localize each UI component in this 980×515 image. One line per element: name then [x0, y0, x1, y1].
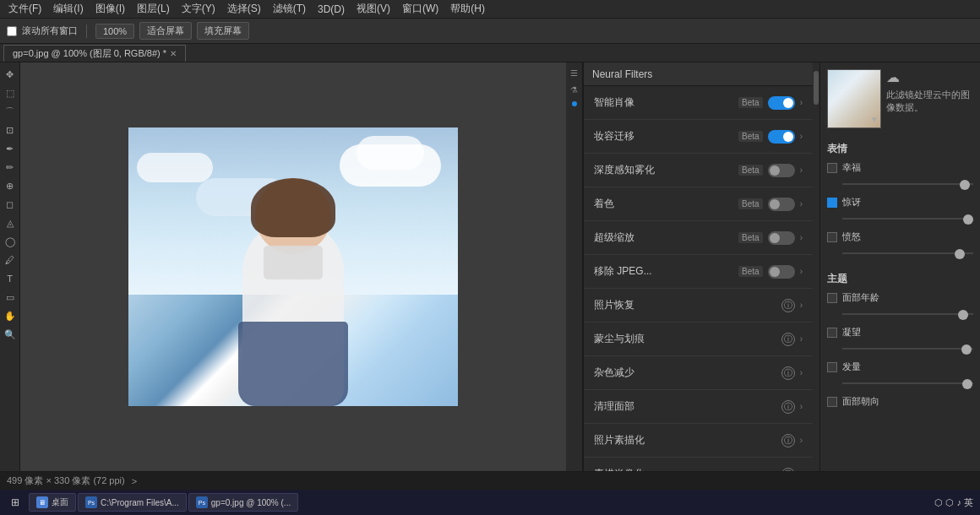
tab-bar: gp=0.jpg @ 100% (图层 0, RGB/8#) * ✕ [0, 44, 980, 62]
hair-checkbox[interactable] [827, 362, 837, 372]
filter-item[interactable]: 着色 Beta › [584, 187, 813, 221]
filter-chevron-icon: › [800, 267, 803, 276]
right-panel: ▼ ☁ 此滤镜处理云中的图像数据。 表情 幸福 惊讶 [819, 62, 980, 471]
scroll-thumb[interactable] [814, 71, 819, 105]
filter-item[interactable]: 素描肖像化 ⓘ › [584, 458, 813, 471]
anger-checkbox[interactable] [827, 232, 837, 242]
fit-screen-btn[interactable]: 适合屏幕 [139, 22, 192, 40]
hand-tool-icon[interactable]: ✋ [2, 307, 19, 324]
filter-info-icon[interactable]: ⓘ [781, 333, 795, 346]
gaze-checkbox[interactable] [827, 328, 837, 338]
filter-info-icon[interactable]: ⓘ [781, 299, 795, 312]
happiness-prop-row: 幸福 [827, 161, 973, 174]
taskbar-desktop[interactable]: 🖥 桌面 [29, 493, 76, 512]
ps2-icon: Ps [196, 496, 208, 508]
eyedropper-tool-icon[interactable]: ✒ [2, 140, 19, 157]
scroll-all-checkbox[interactable] [7, 26, 17, 36]
selection-tool-icon[interactable]: ⬚ [2, 84, 19, 101]
ps1-label: C:\Program Files\A... [101, 498, 179, 507]
zoom-tool-icon[interactable]: 🔍 [2, 326, 19, 343]
filter-item[interactable]: 超级缩放 Beta › [584, 221, 813, 255]
ps2-label: gp=0.jpg @ 100% (... [211, 498, 291, 507]
text-tool-icon[interactable]: T [2, 270, 19, 287]
anger-prop-row: 愤怒 [827, 230, 973, 243]
faceage-checkbox[interactable] [827, 293, 837, 303]
menu-window[interactable]: 窗口(W) [397, 0, 444, 18]
filter-item[interactable]: 照片素描化 ⓘ › [584, 424, 813, 458]
lasso-tool-icon[interactable]: ⌒ [2, 103, 19, 120]
start-button[interactable]: ⊞ [3, 493, 27, 512]
desktop-label: 桌面 [52, 496, 68, 508]
hair-label: 发量 [842, 360, 973, 373]
faceage-slider-thumb[interactable] [958, 310, 968, 320]
status-arrow[interactable]: > [132, 476, 137, 486]
menu-text[interactable]: 文字(Y) [177, 0, 220, 18]
menu-select[interactable]: 选择(S) [222, 0, 266, 18]
facedir-label: 面部朝向 [842, 395, 973, 408]
anger-slider-thumb[interactable] [955, 249, 965, 259]
left-tools: ✥ ⬚ ⌒ ⊡ ✒ ✏ ⊕ ◻ ◬ ◯ 🖊 T ▭ ✋ 🔍 [0, 62, 20, 471]
scroll-bar[interactable] [813, 62, 819, 471]
fill-screen-btn[interactable]: 填充屏幕 [197, 22, 249, 40]
filter-item[interactable]: 清理面部 ⓘ › [584, 390, 813, 424]
preview-area: ▼ ☁ 此滤镜处理云中的图像数据。 [827, 69, 973, 128]
preview-expand-icon[interactable]: ▼ [870, 115, 879, 124]
facedir-checkbox[interactable] [827, 397, 837, 407]
happiness-checkbox[interactable] [827, 163, 837, 173]
surprise-slider-container [842, 214, 973, 225]
eraser-tool-icon[interactable]: ◻ [2, 196, 19, 213]
menu-layer[interactable]: 图层(L) [132, 0, 175, 18]
happiness-slider-thumb[interactable] [960, 180, 970, 190]
filter-toggle-off[interactable] [768, 265, 795, 279]
filter-info-icon[interactable]: ⓘ [781, 366, 795, 380]
dodge-tool-icon[interactable]: ◯ [2, 233, 19, 250]
menu-filter[interactable]: 滤镜(T) [268, 0, 311, 18]
menu-3d[interactable]: 3D(D) [313, 2, 350, 17]
image-info: 499 像素 × 330 像素 (72 ppi) [7, 474, 125, 487]
tab-close-icon[interactable]: ✕ [170, 49, 177, 58]
menu-view[interactable]: 视图(V) [351, 0, 395, 18]
filter-toggle-off[interactable] [768, 231, 795, 245]
crop-tool-icon[interactable]: ⊡ [2, 122, 19, 138]
surprise-label: 惊讶 [842, 196, 973, 209]
filter-item[interactable]: 杂色减少 ⓘ › [584, 356, 813, 390]
taskbar-ps2[interactable]: Ps gp=0.jpg @ 100% (... [188, 493, 298, 512]
filter-info-icon[interactable]: ⓘ [781, 400, 795, 414]
filter-item[interactable]: 妆容迁移 Beta › [584, 120, 813, 154]
filter-icon[interactable]: ☰ [568, 66, 581, 79]
move-tool-icon[interactable]: ✥ [2, 66, 19, 83]
filter-item[interactable]: 深度感知雾化 Beta › [584, 154, 813, 187]
gradient-tool-icon[interactable]: ◬ [2, 214, 19, 231]
filter-badge: Beta [738, 131, 763, 142]
surprise-slider-thumb[interactable] [963, 214, 973, 225]
filter-toggle-on[interactable] [768, 130, 795, 144]
filter-item[interactable]: 移除 JPEG... Beta › [584, 255, 813, 289]
clone-tool-icon[interactable]: ⊕ [2, 177, 19, 194]
filter-item[interactable]: 照片恢复 ⓘ › [584, 289, 813, 323]
menu-help[interactable]: 帮助(H) [445, 0, 490, 18]
filter-item[interactable]: 蒙尘与划痕 ⓘ › [584, 323, 813, 356]
menu-edit[interactable]: 编辑(I) [48, 0, 88, 18]
document-tab[interactable]: gp=0.jpg @ 100% (图层 0, RGB/8#) * ✕ [3, 45, 186, 62]
brush-tool-icon[interactable]: ✏ [2, 159, 19, 176]
filter-list: 智能肖像 Beta › 妆容迁移 Beta › 深度感知雾化 Beta › 着色… [584, 86, 813, 471]
filter-toggle-off[interactable] [768, 198, 795, 211]
filter-toggle-on[interactable] [768, 96, 795, 110]
panel-left-icons: ☰ ⚗ [566, 62, 583, 471]
menu-file[interactable]: 文件(F) [3, 0, 46, 18]
happiness-slider-container [842, 179, 973, 191]
surprise-checkbox[interactable] [827, 198, 837, 208]
filter-toggle-off[interactable] [768, 164, 795, 177]
gaze-slider-container [842, 344, 973, 355]
filter-name: 杂色减少 [594, 366, 781, 380]
menu-image[interactable]: 图像(I) [90, 0, 130, 18]
hair-slider-thumb[interactable] [962, 379, 972, 389]
shape-tool-icon[interactable]: ▭ [2, 289, 19, 306]
pen-tool-icon[interactable]: 🖊 [2, 252, 19, 268]
filter-item[interactable]: 智能肖像 Beta › [584, 86, 813, 120]
gaze-slider-thumb[interactable] [961, 344, 972, 355]
filter-badge: Beta [738, 165, 763, 176]
lab-icon[interactable]: ⚗ [568, 83, 581, 96]
filter-info-icon[interactable]: ⓘ [781, 434, 795, 447]
taskbar-ps1[interactable]: Ps C:\Program Files\A... [78, 493, 187, 512]
